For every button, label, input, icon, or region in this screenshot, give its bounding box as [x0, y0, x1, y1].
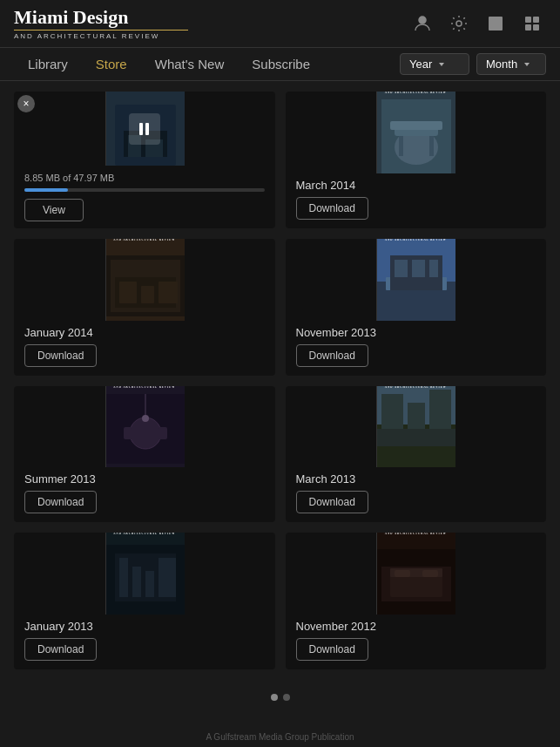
svg-point-39 [142, 415, 149, 422]
item-info: March 2014 Download [286, 173, 547, 228]
list-item: × Miami DesignAND ARCHITECTURAL REVIEW [14, 92, 275, 228]
nav-library[interactable]: Library [14, 48, 82, 80]
svg-rect-7 [533, 24, 539, 31]
gear-icon[interactable] [445, 10, 473, 37]
svg-rect-47 [429, 390, 451, 429]
app-header: Miami Design AND ARCHITECTURAL REVIEW [0, 0, 560, 48]
cover-title: Miami DesignAND ARCHITECTURAL REVIEW [380, 533, 451, 536]
svg-rect-61 [395, 570, 410, 577]
list-item: Miami DesignAND ARCHITECTURAL REVIEW Jan… [14, 533, 275, 669]
svg-point-37 [130, 418, 161, 449]
cover-title: Miami DesignAND ARCHITECTURAL REVIEW [380, 239, 451, 242]
cover-title: Miami DesignAND ARCHITECTURAL REVIEW [380, 92, 451, 95]
svg-rect-52 [119, 558, 128, 597]
cover-title: Miami DesignAND ARCHITECTURAL REVIEW [109, 386, 180, 390]
view-button[interactable]: View [24, 199, 84, 221]
cover-title: Miami DesignAND ARCHITECTURAL REVIEW [109, 533, 180, 536]
magazine-cover: Miami DesignAND ARCHITECTURAL REVIEW [376, 386, 455, 468]
footer: A Gulfstream Media Group Publication [0, 680, 560, 715]
magazine-grid: × Miami DesignAND ARCHITECTURAL REVIEW [0, 81, 560, 680]
svg-rect-3 [489, 17, 503, 31]
footer-text: A Gulfstream Media Group Publication [0, 732, 560, 742]
download-button[interactable]: Download [296, 197, 368, 220]
svg-rect-64 [444, 575, 451, 588]
nav-whats-new[interactable]: What's New [141, 48, 239, 80]
nav-bar: Library Store What's New Subscribe Year … [0, 48, 560, 81]
svg-rect-34 [429, 260, 438, 277]
item-title: March 2014 [296, 179, 536, 192]
cover-area: Miami DesignAND ARCHITECTURAL REVIEW [14, 533, 275, 615]
svg-rect-40 [124, 427, 132, 439]
item-info: January 2013 Download [14, 615, 275, 669]
grid-four-icon[interactable] [518, 10, 546, 37]
item-info: Summer 2013 Download [14, 467, 275, 522]
cover-title: Miami DesignAND ARCHITECTURAL REVIEW [380, 386, 451, 390]
svg-rect-45 [381, 394, 403, 429]
svg-rect-32 [395, 260, 408, 277]
item-title: January 2013 [24, 620, 265, 633]
magazine-cover: Miami DesignAND ARCHITECTURAL REVIEW [376, 92, 455, 173]
magazine-cover: Miami DesignAND ARCHITECTURAL REVIEW [376, 239, 455, 321]
download-progress-area: 8.85 MB of 47.97 MB View [14, 166, 275, 228]
download-button[interactable]: Download [24, 344, 97, 367]
download-button[interactable]: Download [296, 638, 368, 661]
logo-title: Miami Design [14, 7, 408, 28]
list-item: Miami DesignAND ARCHITECTURAL REVIEW Mar… [286, 92, 547, 228]
magazine-cover: Miami DesignAND ARCHITECTURAL REVIEW [105, 533, 184, 615]
nav-filters: Year Month [400, 53, 546, 75]
pagination-dot-2[interactable] [283, 694, 290, 701]
progress-bar-fill [24, 188, 68, 192]
list-item: Miami DesignAND ARCHITECTURAL REVIEW Sum… [14, 386, 275, 523]
cover-area: Miami DesignAND ARCHITECTURAL REVIEW [286, 386, 547, 468]
pagination-dot-1[interactable] [271, 694, 278, 701]
magazine-cover: Miami DesignAND ARCHITECTURAL REVIEW [105, 386, 184, 468]
svg-rect-53 [132, 567, 141, 597]
cover-area: Miami DesignAND ARCHITECTURAL REVIEW [286, 239, 547, 321]
svg-rect-19 [390, 121, 442, 130]
item-title: Summer 2013 [24, 472, 265, 486]
progress-bar [24, 188, 265, 192]
download-button[interactable]: Download [24, 638, 97, 661]
person-icon[interactable] [408, 10, 436, 37]
svg-rect-46 [408, 403, 425, 429]
list-item: Miami DesignAND ARCHITECTURAL REVIEW [286, 533, 547, 669]
nav-store[interactable]: Store [82, 48, 141, 80]
svg-rect-26 [159, 282, 178, 303]
download-button[interactable]: Download [24, 491, 97, 513]
pause-icon[interactable] [129, 113, 160, 145]
logo-divider [14, 30, 188, 31]
item-info: January 2014 Download [14, 321, 275, 376]
month-filter[interactable]: Month [476, 53, 546, 75]
item-title: March 2013 [296, 472, 536, 486]
svg-rect-33 [412, 260, 425, 277]
item-title: January 2014 [24, 326, 265, 339]
grid-single-icon[interactable] [482, 10, 509, 37]
svg-rect-25 [141, 286, 154, 303]
svg-rect-41 [159, 427, 167, 439]
item-info: November 2012 Download [286, 615, 547, 669]
svg-rect-54 [145, 571, 154, 597]
svg-point-2 [456, 21, 462, 26]
svg-rect-24 [119, 282, 137, 303]
download-progress-text: 8.85 MB of 47.97 MB [24, 173, 265, 183]
cover-area: Miami DesignAND ARCHITECTURAL REVIEW [286, 533, 547, 615]
header-icons [408, 10, 546, 37]
cover-title: Miami DesignAND ARCHITECTURAL REVIEW [109, 239, 180, 242]
download-button[interactable]: Download [296, 491, 368, 513]
logo-subtitle: AND ARCHITECTURAL REVIEW [14, 32, 408, 40]
download-button[interactable]: Download [296, 344, 368, 367]
list-item: Miami DesignAND ARCHITECTURAL REVIEW Nov… [286, 239, 547, 376]
magazine-cover: Miami DesignAND ARCHITECTURAL REVIEW [376, 533, 455, 615]
svg-rect-4 [525, 17, 531, 23]
svg-rect-48 [377, 429, 455, 446]
item-title: November 2013 [296, 326, 536, 339]
nav-subscribe[interactable]: Subscribe [238, 48, 324, 80]
item-info: November 2013 Download [286, 321, 547, 376]
cover-area: Miami DesignAND ARCHITECTURAL REVIEW [14, 239, 275, 321]
item-title: November 2012 [296, 620, 536, 633]
year-filter[interactable]: Year [400, 53, 469, 75]
list-item: Miami DesignAND ARCHITECTURAL REVIEW Jan… [14, 239, 275, 376]
cover-area: Miami DesignAND ARCHITECTURAL REVIEW [14, 92, 275, 166]
svg-rect-63 [381, 575, 388, 588]
list-item: Miami DesignAND ARCHITECTURAL REVIEW Mar… [286, 386, 547, 523]
